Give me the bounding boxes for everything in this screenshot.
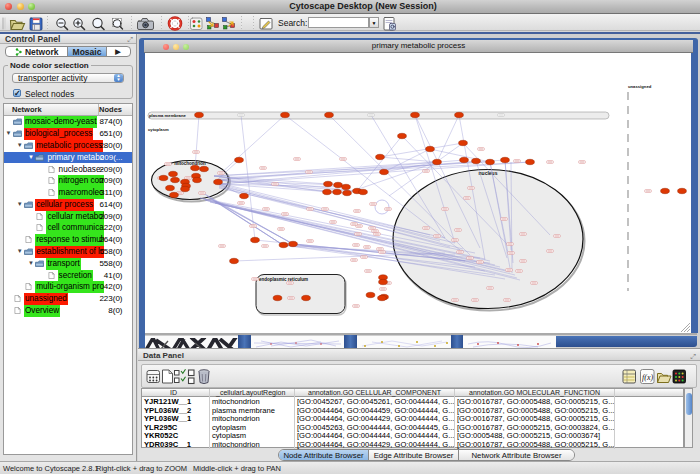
svg-text:endoplasmic reticulum: endoplasmic reticulum: [259, 277, 308, 282]
svg-text:nucleus: nucleus: [479, 170, 498, 176]
svg-text:mitochondrion: mitochondrion: [174, 161, 206, 166]
svg-text:f(x): f(x): [642, 373, 653, 382]
svg-text:unassigned: unassigned: [628, 84, 652, 89]
svg-text:cytoplasm: cytoplasm: [148, 127, 169, 132]
svg-text:plasma membrane: plasma membrane: [149, 113, 186, 118]
